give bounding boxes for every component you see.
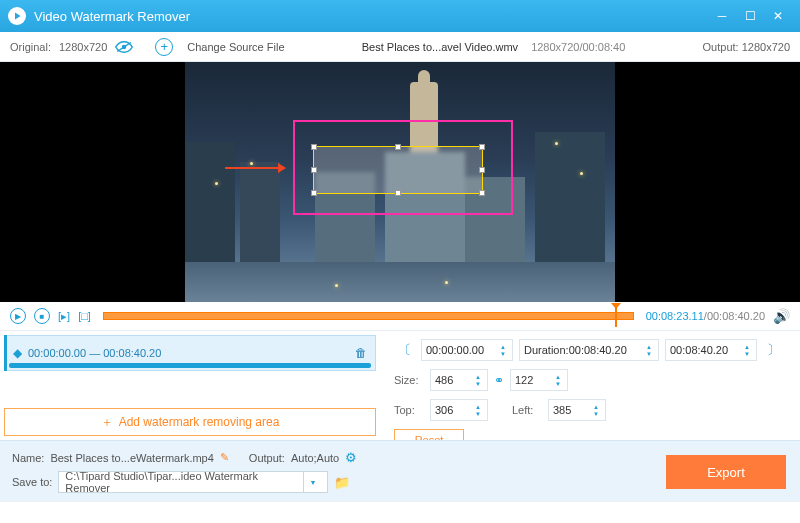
play-button[interactable]: ▶	[10, 308, 26, 324]
delete-segment-icon[interactable]: 🗑	[355, 346, 367, 360]
change-source-button[interactable]: Change Source File	[187, 41, 284, 53]
link-dimensions-icon[interactable]: ⚭	[494, 373, 504, 387]
add-area-label: Add watermark removing area	[119, 415, 280, 429]
bottom-bar: Name: Best Places to...eWatermark.mp4 ✎ …	[0, 440, 800, 502]
app-logo	[8, 7, 26, 25]
annotation-arrow	[225, 167, 285, 169]
start-time-input[interactable]: 00:00:00.00▲▼	[421, 339, 513, 361]
stop-button[interactable]: ■	[34, 308, 50, 324]
export-button[interactable]: Export	[666, 455, 786, 489]
name-label: Name:	[12, 452, 44, 464]
left-label: Left:	[512, 404, 542, 416]
segment-range: 00:00:00.00 — 00:08:40.20	[28, 347, 161, 359]
width-input[interactable]: 486▲▼	[430, 369, 488, 391]
video-preview[interactable]	[0, 62, 800, 302]
timecode-display: 00:08:23.11/00:08:40.20	[646, 310, 765, 322]
output-settings-icon[interactable]: ⚙	[345, 450, 357, 465]
playhead[interactable]	[615, 307, 617, 327]
edit-name-icon[interactable]: ✎	[220, 451, 229, 464]
volume-icon[interactable]: 🔊	[773, 308, 790, 324]
top-input[interactable]: 306▲▼	[430, 399, 488, 421]
timeline-track[interactable]	[103, 312, 634, 320]
duration-input[interactable]: Duration:00:08:40.20▲▼	[519, 339, 659, 361]
add-source-icon[interactable]: +	[155, 38, 173, 56]
mark-out-button[interactable]: [□]	[78, 310, 91, 322]
original-label: Original:	[10, 41, 51, 53]
end-time-input[interactable]: 00:08:40.20▲▼	[665, 339, 757, 361]
mark-in-button[interactable]: [▸]	[58, 310, 70, 323]
output-resolution: 1280x720	[742, 41, 790, 53]
minimize-button[interactable]: ─	[708, 2, 736, 30]
range-end-bracket[interactable]: 〕	[763, 341, 784, 359]
open-folder-icon[interactable]: 📁	[334, 475, 350, 490]
watermark-segment[interactable]: ◆ 00:00:00.00 — 00:08:40.20 🗑	[4, 335, 376, 371]
app-title: Video Watermark Remover	[34, 9, 708, 24]
close-button[interactable]: ✕	[764, 2, 792, 30]
plus-icon: ＋	[101, 414, 113, 431]
add-watermark-area-button[interactable]: ＋ Add watermark removing area	[4, 408, 376, 436]
segment-icon: ◆	[13, 346, 22, 360]
save-path-input[interactable]: C:\Tipard Studio\Tipar...ideo Watermark …	[58, 471, 328, 493]
watermark-selection[interactable]	[313, 146, 483, 194]
path-dropdown-icon[interactable]: ▼	[303, 472, 321, 492]
left-input[interactable]: 385▲▼	[548, 399, 606, 421]
range-start-bracket[interactable]: 〔	[394, 341, 415, 359]
output-filename: Best Places to...eWatermark.mp4	[50, 452, 213, 464]
top-label: Top:	[394, 404, 424, 416]
compare-icon[interactable]	[115, 41, 133, 53]
output-format: Auto;Auto	[291, 452, 339, 464]
size-label: Size:	[394, 374, 424, 386]
saveto-label: Save to:	[12, 476, 52, 488]
output-label: Output:	[703, 41, 739, 53]
titlebar: Video Watermark Remover ─ ☐ ✕	[0, 0, 800, 32]
playback-bar: ▶ ■ [▸] [□] 00:08:23.11/00:08:40.20 🔊	[0, 302, 800, 330]
output-format-label: Output:	[249, 452, 285, 464]
file-meta: 1280x720/00:08:40	[531, 41, 625, 53]
toolbar: Original: 1280x720 + Change Source File …	[0, 32, 800, 62]
current-filename: Best Places to...avel Video.wmv	[362, 41, 518, 53]
height-input[interactable]: 122▲▼	[510, 369, 568, 391]
original-resolution: 1280x720	[59, 41, 107, 53]
maximize-button[interactable]: ☐	[736, 2, 764, 30]
